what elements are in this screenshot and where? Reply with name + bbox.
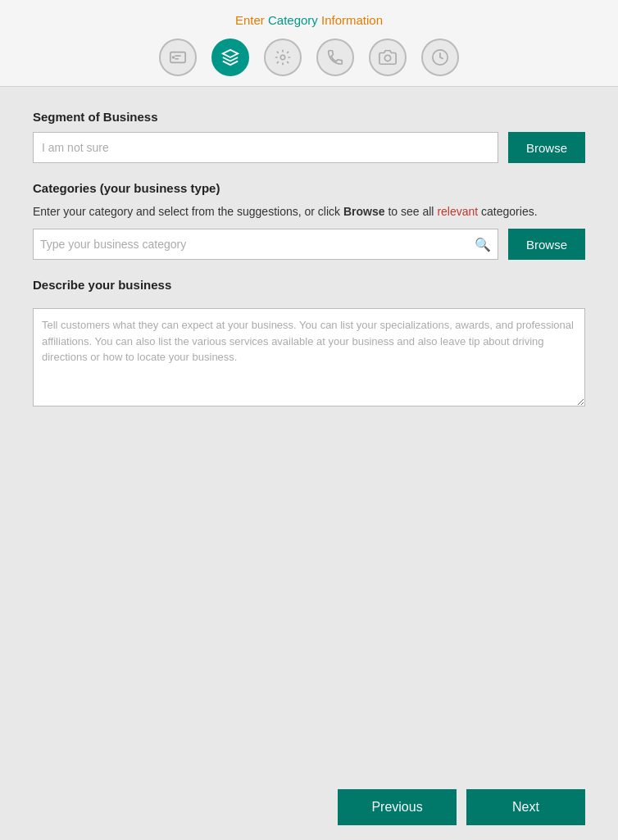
header: Enter Category Information — [0, 0, 618, 87]
category-search-input[interactable] — [40, 238, 471, 251]
categories-field-row: 🔍 Browse — [33, 229, 585, 260]
segment-browse-button[interactable]: Browse — [508, 132, 585, 163]
segment-input[interactable] — [33, 132, 498, 163]
segment-label: Segment of Business — [33, 110, 585, 124]
main-content: Segment of Business Browse Categories (y… — [0, 87, 618, 774]
step-2-circle[interactable] — [211, 39, 249, 76]
step-3-circle[interactable] — [264, 39, 302, 76]
next-button[interactable]: Next — [466, 789, 585, 825]
desc-part2: to see all — [385, 205, 438, 218]
desc-part3: categories. — [478, 205, 537, 218]
step-4-circle[interactable] — [316, 39, 354, 76]
title-category: Category — [268, 13, 318, 27]
categories-label: Categories (your business type) — [33, 181, 585, 195]
steps-row — [159, 39, 459, 76]
desc-highlight: relevant — [437, 205, 478, 218]
previous-button[interactable]: Previous — [338, 789, 457, 825]
category-search-wrapper: 🔍 — [33, 229, 498, 260]
segment-field-row: Browse — [33, 132, 585, 163]
svg-point-4 — [280, 55, 285, 60]
categories-description: Enter your category and select from the … — [33, 203, 585, 220]
step-1-circle[interactable] — [159, 39, 197, 76]
describe-textarea[interactable] — [33, 308, 585, 406]
svg-point-3 — [172, 56, 175, 59]
title-info: Information — [318, 13, 383, 27]
search-icon: 🔍 — [475, 237, 491, 252]
desc-part1: Enter your category and select from the … — [33, 205, 343, 218]
describe-section: Describe your business — [33, 278, 585, 410]
describe-label: Describe your business — [33, 278, 585, 292]
title-enter: Enter — [235, 13, 268, 27]
page-wrapper: Enter Category Information — [0, 0, 618, 840]
categories-browse-button[interactable]: Browse — [508, 229, 585, 260]
step-6-circle[interactable] — [421, 39, 459, 76]
step-5-circle[interactable] — [369, 39, 407, 76]
footer: Previous Next — [0, 774, 618, 840]
svg-point-5 — [384, 55, 390, 61]
desc-bold: Browse — [343, 205, 385, 218]
categories-section: Categories (your business type) Enter yo… — [33, 181, 585, 260]
page-title: Enter Category Information — [235, 13, 383, 27]
